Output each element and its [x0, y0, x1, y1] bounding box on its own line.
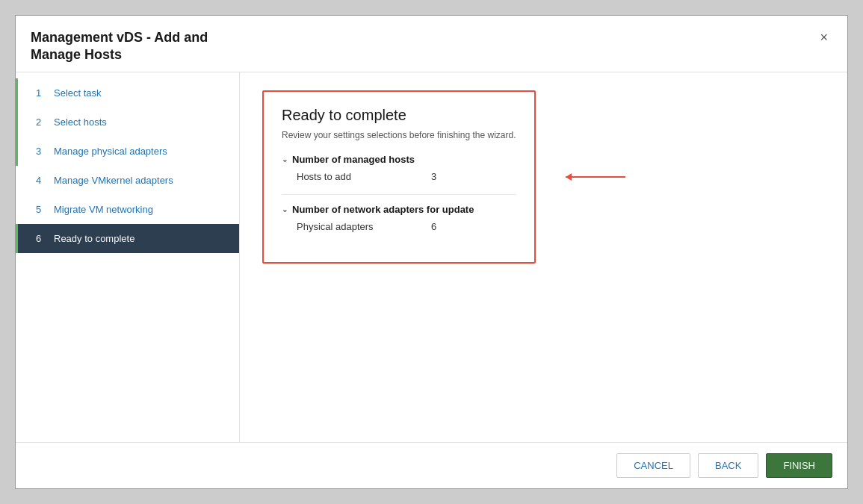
chevron-icon-2: ⌄ [282, 205, 288, 214]
sidebar: 1 Select task 2 Select hosts 3 Manage ph… [16, 72, 240, 442]
sidebar-item-number-4: 4 [36, 175, 46, 186]
sidebar-item-label-6: Ready to complete [54, 233, 134, 244]
chevron-icon-1: ⌄ [282, 155, 288, 164]
sidebar-item-label-5: Migrate VM networking [54, 204, 153, 215]
dialog-header: Management vDS - Add and Manage Hosts × [16, 16, 847, 72]
sidebar-item-number-6: 6 [36, 233, 46, 244]
content-box: Ready to complete Review your settings s… [262, 90, 536, 264]
sidebar-item-number-2: 2 [36, 116, 46, 128]
sidebar-item-label-1: Select task [54, 87, 102, 99]
section1-row: Hosts to add 3 [282, 171, 516, 182]
sidebar-item-label-2: Select hosts [54, 116, 107, 128]
physical-adapters-value: 6 [431, 221, 436, 232]
physical-adapters-label: Physical adapters [297, 221, 431, 232]
sidebar-item-select-task[interactable]: 1 Select task [16, 78, 239, 108]
section2-row: Physical adapters 6 [282, 221, 516, 232]
main-content-area: Ready to complete Review your settings s… [240, 72, 847, 442]
section-divider [282, 194, 516, 195]
sidebar-item-migrate-vm[interactable]: 5 Migrate VM networking [16, 195, 239, 224]
sidebar-item-label-4: Manage VMkernel adapters [54, 175, 173, 186]
section1-header: ⌄ Number of managed hosts [282, 154, 516, 165]
section2-header: ⌄ Number of network adapters for update [282, 204, 516, 215]
sidebar-item-label-3: Manage physical adapters [54, 146, 167, 157]
section-network-adapters: ⌄ Number of network adapters for update … [282, 204, 516, 232]
content-subtitle: Review your settings selections before f… [282, 130, 516, 140]
section1-heading: Number of managed hosts [292, 154, 415, 165]
hosts-to-add-label: Hosts to add [297, 171, 431, 182]
section2-heading: Number of network adapters for update [292, 204, 474, 215]
sidebar-item-manage-physical[interactable]: 3 Manage physical adapters [16, 137, 239, 166]
back-button[interactable]: BACK [698, 453, 758, 478]
sidebar-item-select-hosts[interactable]: 2 Select hosts [16, 108, 239, 137]
arrow-line [566, 176, 625, 178]
section-managed-hosts: ⌄ Number of managed hosts Hosts to add 3 [282, 154, 516, 182]
finish-button[interactable]: FINISH [766, 453, 832, 478]
content-title: Ready to complete [282, 107, 516, 124]
dialog-title: Management vDS - Add and Manage Hosts [31, 29, 210, 64]
cancel-button[interactable]: CANCEL [616, 453, 690, 478]
sidebar-item-number-5: 5 [36, 204, 46, 215]
arrow-annotation [566, 176, 625, 178]
close-button[interactable]: × [815, 29, 832, 46]
sidebar-item-number-3: 3 [36, 146, 46, 157]
dialog-body: 1 Select task 2 Select hosts 3 Manage ph… [16, 72, 847, 442]
hosts-to-add-value: 3 [431, 171, 436, 182]
sidebar-item-ready-to-complete[interactable]: 6 Ready to complete [16, 224, 239, 253]
sidebar-item-manage-vmkernel[interactable]: 4 Manage VMkernel adapters [16, 166, 239, 195]
main-dialog: Management vDS - Add and Manage Hosts × … [15, 15, 848, 489]
dialog-footer: CANCEL BACK FINISH [16, 442, 847, 488]
sidebar-item-number-1: 1 [36, 87, 46, 99]
